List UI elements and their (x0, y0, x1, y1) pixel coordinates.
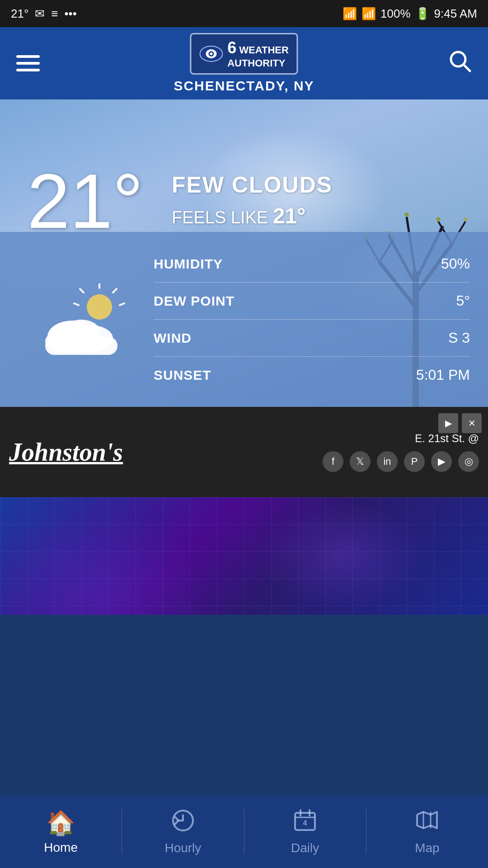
wind-row: WIND S 3 (154, 320, 470, 357)
nav-map-label: Map (415, 841, 439, 855)
ad-corner-buttons[interactable]: ▶ ✕ (438, 413, 482, 433)
svg-rect-34 (45, 337, 117, 355)
advertisement-banner[interactable]: Johnston's E. 21st St. @ f 𝕏 in P ▶ ◎ ▶ … (0, 407, 488, 497)
wind-value: S 3 (448, 330, 470, 346)
map-icon (415, 808, 439, 837)
svg-line-5 (464, 65, 470, 71)
signal-icon: 📶 (361, 7, 376, 21)
nav-hourly[interactable]: Hourly (122, 802, 244, 863)
logo-text: 6 WEATHERAUTHORITY (227, 38, 289, 70)
nav-daily[interactable]: 4 Daily (244, 801, 366, 863)
clock: 9:45 AM (434, 7, 477, 21)
home-icon: 🏠 (46, 809, 75, 837)
svg-point-21 (404, 212, 409, 217)
search-button[interactable] (448, 49, 472, 78)
sunset-value: 5:01 PM (416, 367, 470, 383)
status-left: 21° ✉ ≡ ••• (11, 7, 77, 21)
status-temp: 21° (11, 7, 28, 21)
humidity-value: 50% (441, 255, 470, 272)
status-right: 📶 📶 100% 🔋 9:45 AM (343, 7, 477, 21)
instagram-icon[interactable]: ◎ (458, 451, 479, 472)
status-bar: 21° ✉ ≡ ••• 📶 📶 100% 🔋 9:45 AM (0, 0, 488, 27)
weather-icon-area (18, 283, 145, 356)
hamburger-line-1 (16, 55, 40, 58)
bottom-navigation: 🏠 Home Hourly 4 Daily (0, 796, 488, 868)
svg-point-19 (436, 217, 441, 222)
wifi-icon: 📶 (343, 7, 357, 21)
gmail-icon: ✉ (35, 7, 45, 21)
city-label: SCHENECTADY, NY (174, 78, 314, 94)
battery-icon: 🔋 (415, 7, 430, 21)
svg-point-20 (464, 217, 467, 221)
condition-text: FEW CLOUDS (172, 172, 333, 198)
weather-stats: HUMIDITY 50% DEW POINT 5° WIND S 3 SUNSE… (145, 245, 470, 393)
ad-logo-text: Johnston's (9, 438, 123, 467)
battery-percent: 100% (380, 7, 411, 21)
hourly-icon (171, 809, 195, 837)
menu-button[interactable] (16, 55, 40, 71)
pinterest-icon[interactable]: P (404, 451, 425, 472)
svg-point-3 (210, 52, 212, 55)
dewpoint-value: 5° (456, 292, 470, 309)
svg-line-24 (113, 289, 117, 292)
feels-like-temp: 21° (273, 204, 306, 228)
weather-hero: 21° FEW CLOUDS FEELS LIKE 21° (0, 99, 488, 407)
logo-container: 6 WEATHERAUTHORITY SCHENECTADY, NY (174, 33, 314, 94)
hamburger-line-3 (16, 69, 40, 71)
more-icon: ••• (65, 7, 77, 21)
grid-overlay (0, 497, 488, 615)
sunset-label: SUNSET (154, 368, 211, 383)
nav-home[interactable]: 🏠 Home (0, 802, 122, 862)
svg-line-27 (74, 303, 79, 305)
feels-like-label: FEELS LIKE (172, 208, 268, 227)
weather-details-panel: HUMIDITY 50% DEW POINT 5° WIND S 3 SUNSE… (0, 232, 488, 407)
dewpoint-label: DEW POINT (154, 293, 235, 309)
temperature-display: 21° (27, 163, 143, 240)
weather-description: FEW CLOUDS FEELS LIKE 21° (172, 172, 333, 228)
nav-daily-label: Daily (291, 841, 319, 855)
purple-section (0, 497, 488, 615)
dewpoint-row: DEW POINT 5° (154, 283, 470, 320)
svg-line-26 (80, 289, 84, 292)
partly-cloudy-icon (32, 283, 131, 356)
app-header: 6 WEATHERAUTHORITY SCHENECTADY, NY (0, 27, 488, 99)
ad-social-links[interactable]: f 𝕏 in P ▶ ◎ (323, 451, 479, 472)
humidity-label: HUMIDITY (154, 256, 223, 272)
svg-point-28 (87, 294, 112, 320)
hamburger-line-2 (16, 62, 40, 65)
ad-play-button[interactable]: ▶ (438, 413, 458, 433)
svg-line-25 (120, 303, 124, 305)
ad-address-text: E. 21st St. @ (415, 432, 479, 445)
wind-label: WIND (154, 330, 192, 346)
logo-number: 6 (227, 38, 236, 57)
nav-home-label: Home (44, 840, 78, 855)
ad-close-button[interactable]: ✕ (462, 413, 482, 433)
ad-right-section: E. 21st St. @ f 𝕏 in P ▶ ◎ (323, 432, 479, 472)
nav-map[interactable]: Map (366, 801, 488, 863)
cbs-eye-icon (199, 46, 223, 62)
twitter-icon[interactable]: 𝕏 (350, 451, 371, 472)
nav-hourly-label: Hourly (164, 841, 201, 855)
svg-text:4: 4 (303, 819, 307, 827)
logo-box: 6 WEATHERAUTHORITY (190, 33, 298, 75)
facebook-icon[interactable]: f (323, 451, 343, 472)
sunset-row: SUNSET 5:01 PM (154, 357, 470, 393)
youtube-icon[interactable]: ▶ (431, 451, 452, 472)
daily-icon: 4 (293, 808, 317, 837)
linkedin-icon[interactable]: in (377, 451, 398, 472)
humidity-row: HUMIDITY 50% (154, 245, 470, 283)
logo-weather: WEATHERAUTHORITY (227, 44, 289, 69)
feels-like-display: FEELS LIKE 21° (172, 203, 333, 228)
memo-icon: ≡ (51, 7, 58, 21)
